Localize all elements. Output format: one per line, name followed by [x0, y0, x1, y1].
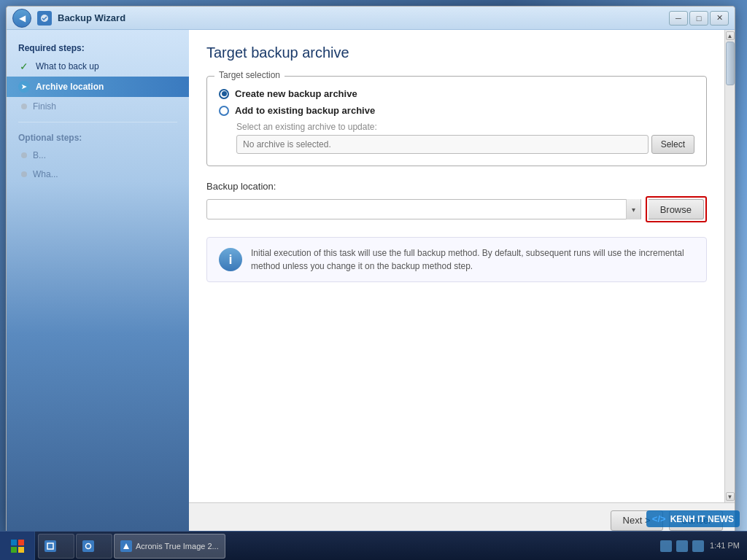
- systray-icon-3: [692, 540, 704, 552]
- archive-sublabel: Select an existing archive to update:: [236, 122, 694, 132]
- archive-input-group: Select: [236, 135, 694, 154]
- systray-icon-1: [660, 540, 672, 552]
- window-controls: ─ □ ✕: [669, 11, 729, 26]
- clock-time: 1:41 PM: [710, 541, 740, 550]
- dot-icon: [21, 104, 27, 109]
- scroll-down-arrow[interactable]: ▼: [726, 492, 735, 501]
- backup-location-label: Backup location:: [206, 181, 707, 192]
- back-button[interactable]: ◀: [12, 9, 31, 28]
- dot-icon-opt2: [21, 171, 27, 177]
- radio-add-existing[interactable]: [219, 106, 229, 116]
- select-button[interactable]: Select: [651, 135, 694, 154]
- backup-location-input-row: ▾ Browse: [206, 196, 707, 222]
- backup-location-section: Backup location: ▾ Browse: [206, 181, 707, 222]
- existing-archive-section: Select an existing archive to update: Se…: [236, 122, 694, 154]
- svg-rect-1: [11, 540, 17, 545]
- opt1-label: B...: [33, 150, 46, 160]
- sidebar-item-archive-location[interactable]: ➤ Archive location: [7, 77, 189, 97]
- taskbar-acronis-icon: [120, 540, 132, 552]
- taskbar-acronis-label: Acronis True Image 2...: [136, 542, 219, 551]
- radio-add-existing-row: Add to existing backup archive: [219, 102, 694, 119]
- backup-location-input-wrap: ▾: [206, 199, 641, 219]
- window-content: Required steps: ✓ What to back up ➤ Arch…: [7, 30, 735, 537]
- minimize-button[interactable]: ─: [669, 11, 688, 26]
- taskbar-items: Acronis True Image 2...: [35, 534, 653, 559]
- taskbar-icon-2[interactable]: [76, 534, 112, 559]
- radio-create-new[interactable]: [219, 89, 229, 99]
- watermark-logo: </>: [652, 513, 666, 524]
- info-section: i Initial execution of this task will us…: [206, 237, 707, 282]
- app-icon: [37, 11, 52, 26]
- sidebar-item-what-to-back-up[interactable]: ✓ What to back up: [7, 56, 189, 77]
- sidebar-item-finish[interactable]: Finish: [7, 97, 189, 116]
- start-button[interactable]: [0, 532, 35, 561]
- watermark-brand: KENH IT NEWS: [670, 514, 734, 524]
- radio1-label: Create new backup archive: [235, 88, 357, 99]
- step3-label: Finish: [33, 101, 56, 112]
- target-selection-group: Target selection Create new backup archi…: [206, 76, 707, 166]
- maximize-button[interactable]: □: [689, 11, 708, 26]
- taskbar-icon-box-2: [82, 540, 94, 552]
- taskbar-icon-box-1: [44, 540, 56, 552]
- step2-label: Archive location: [36, 82, 104, 92]
- checkmark-icon: ✓: [18, 61, 30, 72]
- sidebar-item-opt2[interactable]: Wha...: [7, 165, 189, 184]
- sidebar: Required steps: ✓ What to back up ➤ Arch…: [7, 30, 189, 537]
- scrollbar-track: ▲ ▼: [724, 30, 735, 502]
- opt2-label: Wha...: [33, 169, 58, 179]
- svg-point-6: [86, 543, 91, 548]
- dot-icon-opt1: [21, 152, 27, 158]
- taskbar-right: 1:41 PM: [653, 540, 747, 552]
- close-button[interactable]: ✕: [710, 11, 729, 26]
- svg-rect-3: [11, 547, 17, 553]
- systray-icon-2: [676, 540, 688, 552]
- backup-wizard-window: ◀ Backup Wizard ─ □ ✕ Required steps: ✓ …: [6, 6, 735, 538]
- window-title: Backup Wizard: [58, 12, 125, 23]
- info-icon: i: [219, 248, 242, 271]
- svg-rect-2: [18, 540, 24, 545]
- scroll-thumb[interactable]: [726, 42, 735, 85]
- svg-rect-5: [47, 543, 53, 549]
- main-panel: Target backup archive Target selection C…: [189, 30, 724, 502]
- taskbar: Acronis True Image 2... 1:41 PM: [0, 531, 747, 560]
- backup-location-input[interactable]: [207, 200, 626, 219]
- browse-button[interactable]: Browse: [649, 199, 704, 219]
- title-area: ◀ Backup Wizard: [12, 9, 669, 28]
- dropdown-arrow-button[interactable]: ▾: [626, 199, 640, 219]
- taskbar-icon-1[interactable]: [38, 534, 74, 559]
- svg-rect-4: [18, 547, 24, 553]
- page-title: Target backup archive: [206, 44, 707, 61]
- info-text: Initial execution of this task will use …: [251, 246, 694, 273]
- required-steps-label: Required steps:: [7, 39, 189, 56]
- step1-label: What to back up: [36, 61, 99, 71]
- active-step-icon: ➤: [18, 81, 30, 93]
- scroll-up-arrow[interactable]: ▲: [726, 31, 735, 40]
- optional-steps-label: Optional steps:: [7, 128, 189, 146]
- window-titlebar: ◀ Backup Wizard ─ □ ✕: [7, 7, 735, 30]
- browse-highlight: Browse: [646, 196, 707, 222]
- sidebar-item-opt1[interactable]: B...: [7, 146, 189, 165]
- sidebar-divider: [18, 122, 177, 122]
- watermark: </> KENH IT NEWS: [646, 510, 740, 527]
- archive-input[interactable]: [236, 135, 649, 154]
- radio-create-new-row: Create new backup archive: [219, 85, 694, 102]
- systray-icons: [660, 540, 704, 552]
- radio2-label: Add to existing backup archive: [235, 105, 375, 116]
- taskbar-acronis-item[interactable]: Acronis True Image 2...: [114, 534, 225, 559]
- clock: 1:41 PM: [710, 540, 740, 551]
- group-legend: Target selection: [214, 70, 285, 80]
